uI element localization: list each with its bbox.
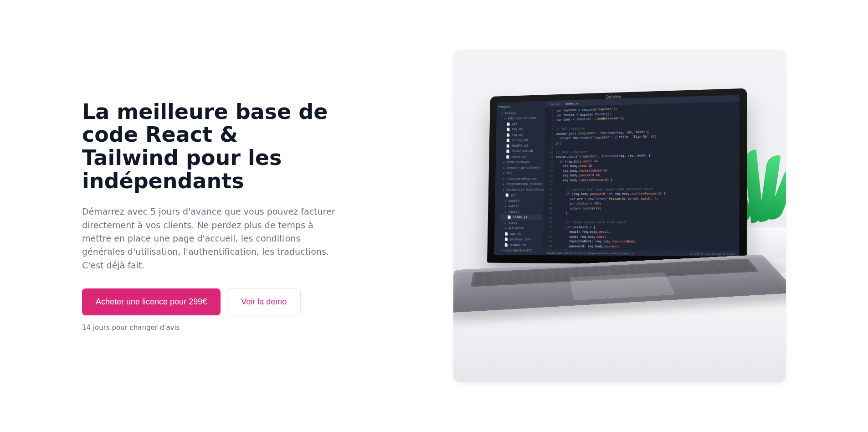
tree-item: 📄 app.js: [499, 231, 542, 237]
laptop-base: [453, 255, 786, 313]
statusbar-path: JavaScript-Authentication-Mongo-Express/…: [546, 251, 634, 255]
tree-item: 📄 README.md: [499, 242, 542, 248]
cta-row: Acheter une licence pour 299€ Voir la de…: [82, 288, 337, 315]
code-editor: Project ▸ Coding▸ 100-days-of-code📄 git📄…: [494, 95, 739, 257]
buy-license-button[interactable]: Acheter une licence pour 299€: [82, 288, 221, 315]
tree-item: ▸ freecodecamp_tribute: [500, 181, 543, 187]
laptop: Deloitte. Project ▸ Coding▸ 100-days-of-…: [481, 91, 772, 362]
view-demo-button[interactable]: Voir la demo: [227, 288, 301, 315]
statusbar-info: LF UTF-8 JavaScript 0 files: [690, 251, 735, 256]
tree-item: ▸ FlashcardsExpress: [500, 175, 543, 181]
tree-item: ▸ models: [500, 198, 542, 204]
code-area: 1234567891011121314151617181920212223242…: [543, 101, 740, 257]
hero-description: Démarrez avec 5 jours d'avance que vous …: [82, 205, 337, 272]
hero-copy: La meilleure base de code React & Tailwi…: [82, 100, 337, 332]
tree-item: ▸ public: [500, 203, 542, 209]
tree-item: ▸ views: [499, 220, 542, 226]
editor-pane: log.md index.js 123456789101112131415161…: [543, 95, 740, 257]
tree-item: ▸ LocalWeatherFCC: [499, 248, 541, 254]
tree-item: ▸ gitignore: [499, 226, 542, 231]
laptop-trackpad: [570, 273, 676, 301]
tree-header: Project: [498, 103, 544, 109]
file-tree: Project ▸ Coding▸ 100-days-of-code📄 git📄…: [494, 101, 545, 255]
editor-tab-active: index.js: [566, 101, 579, 106]
refund-note: 14 jours pour changer d'avis: [82, 324, 337, 332]
editor-tab: log.md: [550, 102, 559, 106]
hero-title: La meilleure base de code React & Tailwi…: [82, 100, 337, 192]
hero-section: La meilleure base de code React & Tailwi…: [0, 0, 868, 432]
tree-item: 📄 package.json: [499, 237, 542, 242]
hero-image: Deloitte. Project ▸ Coding▸ 100-days-of-…: [453, 50, 786, 382]
tree-item: 📄 git: [500, 192, 543, 198]
tree-item: ▸ routes: [500, 209, 542, 214]
tree-item: ▸ node-weather-zipcode: [499, 253, 541, 257]
tree-item: ▸ JavaScript-Authentication: [500, 187, 543, 193]
laptop-screen: Deloitte. Project ▸ Coding▸ 100-days-of-…: [487, 88, 747, 265]
tree-item: 📄 index.js: [500, 215, 542, 220]
editor-statusbar: JavaScript-Authentication-Mongo-Express/…: [543, 250, 739, 257]
